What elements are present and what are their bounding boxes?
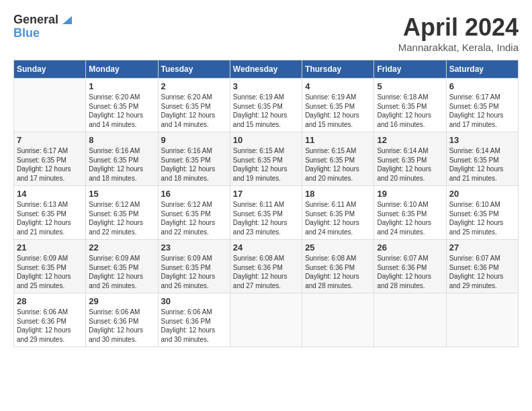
day-number: 7 (17, 135, 83, 145)
calendar-cell (446, 293, 518, 347)
day-info: Sunrise: 6:16 AM Sunset: 6:35 PM Dayligh… (89, 146, 154, 183)
calendar-cell: 10Sunrise: 6:15 AM Sunset: 6:35 PM Dayli… (230, 132, 302, 186)
calendar-cell: 2Sunrise: 6:20 AM Sunset: 6:35 PM Daylig… (158, 79, 230, 132)
day-number: 21 (17, 242, 83, 253)
day-number: 4 (305, 81, 371, 91)
day-info: Sunrise: 6:11 AM Sunset: 6:35 PM Dayligh… (305, 200, 371, 236)
calendar-cell: 23Sunrise: 6:09 AM Sunset: 6:35 PM Dayli… (158, 240, 230, 293)
calendar-cell: 14Sunrise: 6:13 AM Sunset: 6:35 PM Dayli… (14, 186, 86, 240)
calendar-table: SundayMondayTuesdayWednesdayThursdayFrid… (13, 60, 519, 347)
calendar-cell: 15Sunrise: 6:12 AM Sunset: 6:35 PM Dayli… (86, 186, 158, 240)
calendar-cell: 1Sunrise: 6:20 AM Sunset: 6:35 PM Daylig… (86, 79, 158, 132)
day-number: 3 (233, 81, 299, 91)
calendar-week-row: 28Sunrise: 6:06 AM Sunset: 6:36 PM Dayli… (14, 293, 519, 347)
day-info: Sunrise: 6:13 AM Sunset: 6:35 PM Dayligh… (17, 200, 83, 236)
day-number: 12 (377, 135, 443, 145)
header-thursday: Thursday (302, 60, 374, 79)
day-info: Sunrise: 6:12 AM Sunset: 6:35 PM Dayligh… (161, 200, 227, 236)
day-info: Sunrise: 6:07 AM Sunset: 6:36 PM Dayligh… (377, 254, 443, 290)
location-text: Mannarakkat, Kerala, India (398, 42, 519, 53)
day-info: Sunrise: 6:09 AM Sunset: 6:35 PM Dayligh… (17, 254, 83, 290)
calendar-week-row: 21Sunrise: 6:09 AM Sunset: 6:35 PM Dayli… (14, 240, 519, 293)
day-number: 30 (161, 296, 227, 306)
calendar-cell: 21Sunrise: 6:09 AM Sunset: 6:35 PM Dayli… (14, 240, 86, 293)
header-friday: Friday (374, 60, 446, 79)
day-number: 18 (305, 189, 371, 199)
calendar-cell: 5Sunrise: 6:18 AM Sunset: 6:35 PM Daylig… (374, 79, 446, 132)
calendar-cell: 13Sunrise: 6:14 AM Sunset: 6:35 PM Dayli… (446, 132, 518, 186)
calendar-week-row: 1Sunrise: 6:20 AM Sunset: 6:35 PM Daylig… (14, 79, 519, 132)
calendar-cell: 11Sunrise: 6:15 AM Sunset: 6:35 PM Dayli… (302, 132, 374, 186)
calendar-cell: 6Sunrise: 6:17 AM Sunset: 6:35 PM Daylig… (446, 79, 518, 132)
calendar-cell: 20Sunrise: 6:10 AM Sunset: 6:35 PM Dayli… (446, 186, 518, 240)
day-number: 8 (89, 135, 154, 145)
day-number: 15 (89, 189, 154, 199)
day-info: Sunrise: 6:11 AM Sunset: 6:35 PM Dayligh… (233, 200, 299, 236)
logo-general-text: General (13, 13, 58, 27)
day-info: Sunrise: 6:14 AM Sunset: 6:35 PM Dayligh… (449, 146, 515, 183)
header-wednesday: Wednesday (230, 60, 302, 79)
calendar-cell: 29Sunrise: 6:06 AM Sunset: 6:36 PM Dayli… (86, 293, 158, 347)
day-info: Sunrise: 6:09 AM Sunset: 6:35 PM Dayligh… (161, 254, 227, 290)
day-info: Sunrise: 6:10 AM Sunset: 6:35 PM Dayligh… (377, 200, 443, 236)
day-info: Sunrise: 6:06 AM Sunset: 6:36 PM Dayligh… (89, 308, 154, 344)
calendar-week-row: 14Sunrise: 6:13 AM Sunset: 6:35 PM Dayli… (14, 186, 519, 240)
day-number: 6 (449, 81, 515, 91)
day-number: 9 (161, 135, 227, 145)
calendar-cell: 12Sunrise: 6:14 AM Sunset: 6:35 PM Dayli… (374, 132, 446, 186)
page-header: General Blue April 2024 Mannarakkat, Ker… (13, 13, 519, 53)
header-tuesday: Tuesday (158, 60, 230, 79)
day-info: Sunrise: 6:07 AM Sunset: 6:36 PM Dayligh… (449, 254, 515, 290)
logo: General Blue (13, 13, 72, 40)
calendar-cell: 4Sunrise: 6:19 AM Sunset: 6:35 PM Daylig… (302, 79, 374, 132)
calendar-cell: 24Sunrise: 6:08 AM Sunset: 6:36 PM Dayli… (230, 240, 302, 293)
day-info: Sunrise: 6:19 AM Sunset: 6:35 PM Dayligh… (233, 93, 299, 129)
header-sunday: Sunday (14, 60, 86, 79)
day-info: Sunrise: 6:19 AM Sunset: 6:35 PM Dayligh… (305, 93, 371, 129)
day-info: Sunrise: 6:20 AM Sunset: 6:35 PM Dayligh… (161, 93, 227, 129)
day-info: Sunrise: 6:17 AM Sunset: 6:35 PM Dayligh… (449, 93, 515, 129)
day-number: 1 (89, 81, 154, 91)
day-number: 19 (377, 189, 443, 199)
calendar-cell: 26Sunrise: 6:07 AM Sunset: 6:36 PM Dayli… (374, 240, 446, 293)
day-number: 27 (449, 242, 515, 253)
day-number: 26 (377, 242, 443, 253)
header-monday: Monday (86, 60, 158, 79)
day-number: 14 (17, 189, 83, 199)
day-number: 11 (305, 135, 371, 145)
calendar-cell: 19Sunrise: 6:10 AM Sunset: 6:35 PM Dayli… (374, 186, 446, 240)
day-info: Sunrise: 6:10 AM Sunset: 6:35 PM Dayligh… (449, 200, 515, 236)
day-number: 10 (233, 135, 299, 145)
day-number: 28 (17, 296, 83, 306)
calendar-cell: 30Sunrise: 6:06 AM Sunset: 6:36 PM Dayli… (158, 293, 230, 347)
calendar-cell (230, 293, 302, 347)
calendar-cell (374, 293, 446, 347)
calendar-header-row: SundayMondayTuesdayWednesdayThursdayFrid… (14, 60, 519, 79)
day-info: Sunrise: 6:06 AM Sunset: 6:36 PM Dayligh… (161, 308, 227, 344)
day-number: 17 (233, 189, 299, 199)
calendar-cell: 22Sunrise: 6:09 AM Sunset: 6:35 PM Dayli… (86, 240, 158, 293)
day-info: Sunrise: 6:15 AM Sunset: 6:35 PM Dayligh… (233, 146, 299, 183)
day-number: 20 (449, 189, 515, 199)
calendar-cell: 8Sunrise: 6:16 AM Sunset: 6:35 PM Daylig… (86, 132, 158, 186)
calendar-cell: 7Sunrise: 6:17 AM Sunset: 6:35 PM Daylig… (14, 132, 86, 186)
day-number: 5 (377, 81, 443, 91)
title-area: April 2024 Mannarakkat, Kerala, India (398, 13, 519, 53)
day-number: 13 (449, 135, 515, 145)
day-info: Sunrise: 6:08 AM Sunset: 6:36 PM Dayligh… (233, 254, 299, 290)
day-number: 25 (305, 242, 371, 253)
calendar-cell: 28Sunrise: 6:06 AM Sunset: 6:36 PM Dayli… (14, 293, 86, 347)
calendar-cell: 17Sunrise: 6:11 AM Sunset: 6:35 PM Dayli… (230, 186, 302, 240)
header-saturday: Saturday (446, 60, 518, 79)
calendar-cell: 16Sunrise: 6:12 AM Sunset: 6:35 PM Dayli… (158, 186, 230, 240)
day-number: 22 (89, 242, 154, 253)
day-info: Sunrise: 6:15 AM Sunset: 6:35 PM Dayligh… (305, 146, 371, 183)
svg-marker-0 (62, 16, 72, 24)
calendar-cell: 9Sunrise: 6:16 AM Sunset: 6:35 PM Daylig… (158, 132, 230, 186)
calendar-cell: 3Sunrise: 6:19 AM Sunset: 6:35 PM Daylig… (230, 79, 302, 132)
day-number: 23 (161, 242, 227, 253)
day-info: Sunrise: 6:17 AM Sunset: 6:35 PM Dayligh… (17, 146, 83, 183)
calendar-cell: 25Sunrise: 6:08 AM Sunset: 6:36 PM Dayli… (302, 240, 374, 293)
day-info: Sunrise: 6:08 AM Sunset: 6:36 PM Dayligh… (305, 254, 371, 290)
calendar-cell: 27Sunrise: 6:07 AM Sunset: 6:36 PM Dayli… (446, 240, 518, 293)
